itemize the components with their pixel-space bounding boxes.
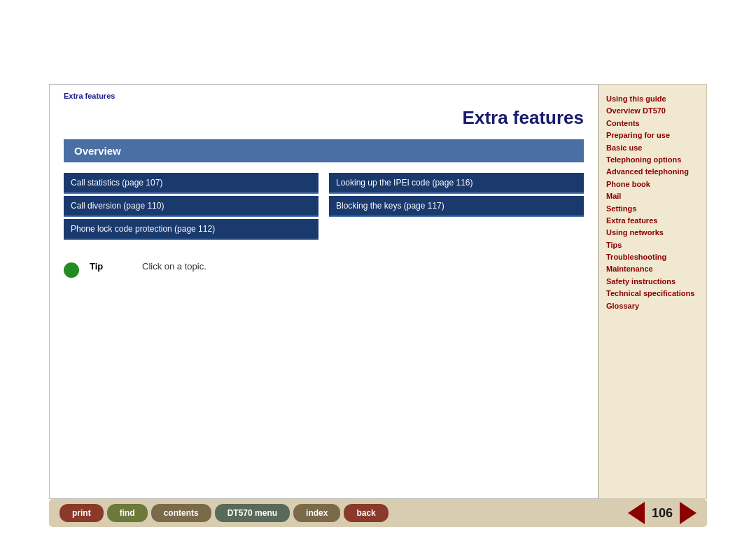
sidebar-item-tips[interactable]: Tips — [606, 239, 699, 251]
page-number: 106 — [652, 506, 673, 521]
sidebar-item-settings[interactable]: Settings — [606, 203, 699, 215]
sidebar-item-basic-use[interactable]: Basic use — [606, 142, 699, 154]
overview-left-col: Call statistics (page 107) Call diversio… — [64, 173, 318, 240]
sidebar-item-advanced-telephoning[interactable]: Advanced telephoning — [606, 166, 699, 178]
overview-item-3[interactable]: Phone lock code protection (page 112) — [64, 219, 318, 240]
sidebar: Using this guide Overview DT570 Contents… — [598, 84, 707, 499]
toolbar: print find contents DT570 menu index bac… — [49, 499, 707, 527]
overview-item-2[interactable]: Call diversion (page 110) — [64, 196, 318, 217]
overview-item-4[interactable]: Looking up the IPEI code (page 116) — [329, 173, 584, 194]
sidebar-item-maintenance[interactable]: Maintenance — [606, 263, 699, 275]
dt570-menu-button[interactable]: DT570 menu — [215, 504, 290, 522]
sidebar-item-overview-dt570[interactable]: Overview DT570 — [606, 105, 699, 117]
index-button[interactable]: index — [293, 504, 340, 522]
tip-label: Tip — [90, 261, 132, 272]
contents-button[interactable]: contents — [151, 504, 211, 522]
page-navigation: 106 — [628, 502, 696, 524]
sidebar-item-contents[interactable]: Contents — [606, 118, 699, 129]
toolbar-left-buttons: print find contents DT570 menu index bac… — [59, 504, 388, 522]
overview-header: Overview — [64, 139, 584, 162]
sidebar-item-using-networks[interactable]: Using networks — [606, 227, 699, 239]
overview-item-1[interactable]: Call statistics (page 107) — [64, 173, 318, 194]
sidebar-item-troubleshooting[interactable]: Troubleshooting — [606, 251, 699, 263]
sidebar-item-mail[interactable]: Mail — [606, 190, 699, 202]
sidebar-item-telephoning-options[interactable]: Telephoning options — [606, 154, 699, 166]
page-title: Extra features — [50, 104, 598, 139]
sidebar-item-preparing[interactable]: Preparing for use — [606, 129, 699, 141]
sidebar-item-phone-book[interactable]: Phone book — [606, 178, 699, 190]
full-page: Extra features Extra features Overview C… — [0, 0, 756, 534]
sidebar-item-glossary[interactable]: Glossary — [606, 300, 699, 312]
tip-icon — [64, 262, 79, 278]
next-page-arrow[interactable] — [680, 502, 696, 524]
sidebar-item-using-guide[interactable]: Using this guide — [606, 93, 699, 105]
content-wrapper: Extra features Extra features Overview C… — [49, 84, 707, 499]
prev-page-arrow[interactable] — [628, 502, 645, 524]
sidebar-item-safety[interactable]: Safety instructions — [606, 276, 699, 288]
overview-grid: Call statistics (page 107) Call diversio… — [50, 166, 598, 247]
tip-text: Click on a topic. — [142, 261, 206, 272]
breadcrumb: Extra features — [50, 85, 598, 104]
sidebar-item-technical[interactable]: Technical specifications — [606, 288, 699, 300]
find-button[interactable]: find — [107, 504, 148, 522]
tip-section: Tip Click on a topic. — [50, 247, 598, 292]
back-button[interactable]: back — [344, 504, 388, 522]
sidebar-item-extra-features[interactable]: Extra features — [606, 215, 699, 227]
overview-item-5[interactable]: Blocking the keys (page 117) — [329, 196, 584, 217]
overview-right-col: Looking up the IPEI code (page 116) Bloc… — [329, 173, 584, 240]
print-button[interactable]: print — [59, 504, 104, 522]
left-pane: Extra features Extra features Overview C… — [49, 84, 598, 499]
